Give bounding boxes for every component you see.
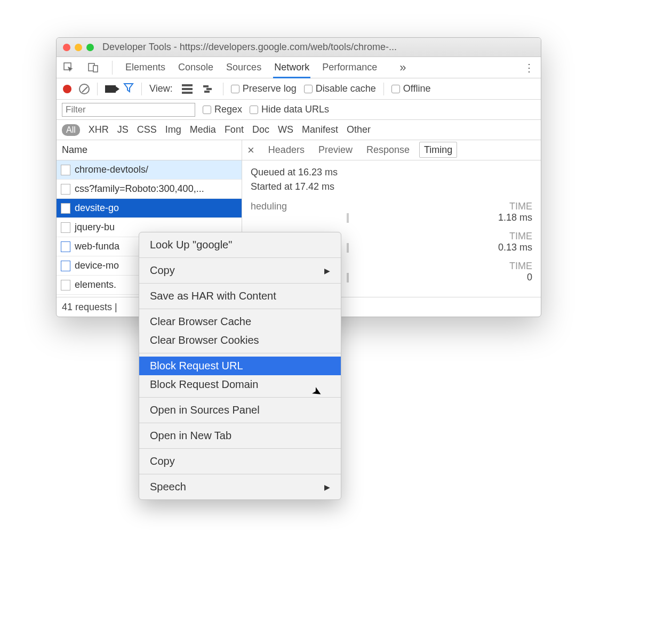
filter-input[interactable] xyxy=(62,103,195,117)
menu-separator xyxy=(139,257,341,258)
offline-checkbox[interactable]: Offline xyxy=(391,83,431,94)
context-menu-item[interactable]: Look Up "google" xyxy=(139,236,341,254)
regex-checkbox[interactable]: Regex xyxy=(203,104,242,115)
detail-tab-response[interactable]: Response xyxy=(362,142,414,157)
screenshot-icon[interactable] xyxy=(105,85,116,93)
timing-bar xyxy=(347,273,349,282)
close-traffic-light[interactable] xyxy=(63,44,70,51)
inspect-icon[interactable] xyxy=(62,61,76,75)
timing-time-header: TIME xyxy=(509,261,532,272)
type-filter-media[interactable]: Media xyxy=(190,124,216,135)
large-rows-icon[interactable] xyxy=(180,82,194,96)
timing-bar xyxy=(347,213,349,223)
context-menu-item[interactable]: Block Request URL xyxy=(139,357,341,375)
context-menu-item[interactable]: Open in Sources Panel xyxy=(139,401,341,419)
type-filter-bar: AllXHRJSCSSImgMediaFontDocWSManifestOthe… xyxy=(57,120,541,140)
svg-rect-6 xyxy=(203,85,209,87)
svg-rect-3 xyxy=(182,84,193,86)
kebab-menu-icon[interactable]: ⋮ xyxy=(524,61,535,74)
type-filter-js[interactable]: JS xyxy=(117,124,129,135)
request-name: device-mo xyxy=(75,260,119,271)
timing-time-header: TIME xyxy=(509,201,532,212)
svg-rect-8 xyxy=(204,91,210,93)
detail-tabs: × HeadersPreviewResponseTiming xyxy=(242,140,541,160)
type-filter-other[interactable]: Other xyxy=(347,124,371,135)
type-filter-ws[interactable]: WS xyxy=(278,124,293,135)
menu-separator xyxy=(139,474,341,474)
timing-bar xyxy=(347,243,349,253)
separator xyxy=(223,83,223,95)
devtools-tabbar: ElementsConsoleSourcesNetworkPerformance… xyxy=(57,57,541,78)
timing-value: 0.13 ms xyxy=(498,242,532,253)
overview-icon[interactable] xyxy=(202,82,215,96)
context-menu-item[interactable]: Block Request Domain xyxy=(139,375,341,394)
request-row[interactable]: devsite-go xyxy=(57,199,242,218)
context-menu-item[interactable]: Clear Browser Cache xyxy=(139,312,341,331)
context-menu-item[interactable]: Clear Browser Cookies xyxy=(139,331,341,350)
submenu-arrow-icon: ▶ xyxy=(324,483,330,491)
type-filter-xhr[interactable]: XHR xyxy=(89,124,109,135)
separator xyxy=(141,83,142,95)
file-icon xyxy=(61,203,70,214)
tab-elements[interactable]: Elements xyxy=(124,58,166,77)
request-name: chrome-devtools/ xyxy=(75,164,148,175)
file-icon xyxy=(61,261,70,271)
titlebar[interactable]: Developer Tools - https://developers.goo… xyxy=(57,38,541,57)
tab-console[interactable]: Console xyxy=(177,58,214,77)
request-name: jquery-bu xyxy=(75,222,115,233)
type-filter-all[interactable]: All xyxy=(62,124,80,136)
type-filter-manifest[interactable]: Manifest xyxy=(302,124,338,135)
tab-network[interactable]: Network xyxy=(273,58,310,78)
file-icon xyxy=(61,222,70,233)
close-detail-icon[interactable]: × xyxy=(247,143,254,157)
svg-rect-5 xyxy=(182,92,193,94)
timing-value: 0 xyxy=(527,272,532,283)
requests-header[interactable]: Name xyxy=(57,140,242,160)
context-menu-item[interactable]: Speech▶ xyxy=(139,478,341,496)
type-filter-doc[interactable]: Doc xyxy=(252,124,269,135)
type-filter-img[interactable]: Img xyxy=(165,124,181,135)
timing-time-header: TIME xyxy=(509,231,532,242)
context-menu-item[interactable]: Open in New Tab xyxy=(139,426,341,445)
request-row[interactable]: css?family=Roboto:300,400,... xyxy=(57,180,242,199)
more-tabs-icon[interactable]: » xyxy=(399,61,406,75)
separator xyxy=(97,83,98,95)
detail-tab-headers[interactable]: Headers xyxy=(264,142,309,157)
context-menu-item[interactable]: Copy xyxy=(139,452,341,471)
separator xyxy=(383,83,384,95)
hide-data-urls-checkbox[interactable]: Hide data URLs xyxy=(250,104,329,115)
type-filter-font[interactable]: Font xyxy=(225,124,244,135)
request-row[interactable]: chrome-devtools/ xyxy=(57,160,242,180)
filter-bar: Regex Hide data URLs xyxy=(57,100,541,120)
type-filter-css[interactable]: CSS xyxy=(137,124,157,135)
clear-icon[interactable] xyxy=(79,84,90,94)
minimize-traffic-light[interactable] xyxy=(75,44,82,51)
zoom-traffic-light[interactable] xyxy=(86,44,94,51)
detail-tab-timing[interactable]: Timing xyxy=(419,142,457,158)
tab-performance[interactable]: Performance xyxy=(321,58,378,77)
separator xyxy=(112,61,113,75)
menu-separator xyxy=(139,309,341,309)
menu-separator xyxy=(139,423,341,423)
file-icon xyxy=(61,280,70,290)
queued-label: Queued at 16.23 ms xyxy=(251,167,532,178)
context-menu-item[interactable]: Copy▶ xyxy=(139,261,341,280)
filter-icon[interactable] xyxy=(123,82,134,95)
started-label: Started at 17.42 ms xyxy=(251,181,532,192)
device-toggle-icon[interactable] xyxy=(86,61,100,75)
detail-tab-preview[interactable]: Preview xyxy=(314,142,357,157)
menu-separator xyxy=(139,353,341,353)
tab-sources[interactable]: Sources xyxy=(225,58,262,77)
record-icon[interactable] xyxy=(63,85,71,93)
disable-cache-checkbox[interactable]: Disable cache xyxy=(304,83,376,94)
network-toolbar: View: Preserve log Disable cache Offline xyxy=(57,78,541,100)
timing-section-label: heduling xyxy=(251,201,287,212)
submenu-arrow-icon: ▶ xyxy=(324,266,330,275)
preserve-log-checkbox[interactable]: Preserve log xyxy=(231,83,297,94)
svg-rect-4 xyxy=(182,88,193,90)
context-menu: Look Up "google"Copy▶Save as HAR with Co… xyxy=(139,232,341,500)
menu-separator xyxy=(139,448,341,449)
context-menu-item[interactable]: Save as HAR with Content xyxy=(139,287,341,305)
file-icon xyxy=(61,165,70,175)
request-name: devsite-go xyxy=(75,203,119,214)
